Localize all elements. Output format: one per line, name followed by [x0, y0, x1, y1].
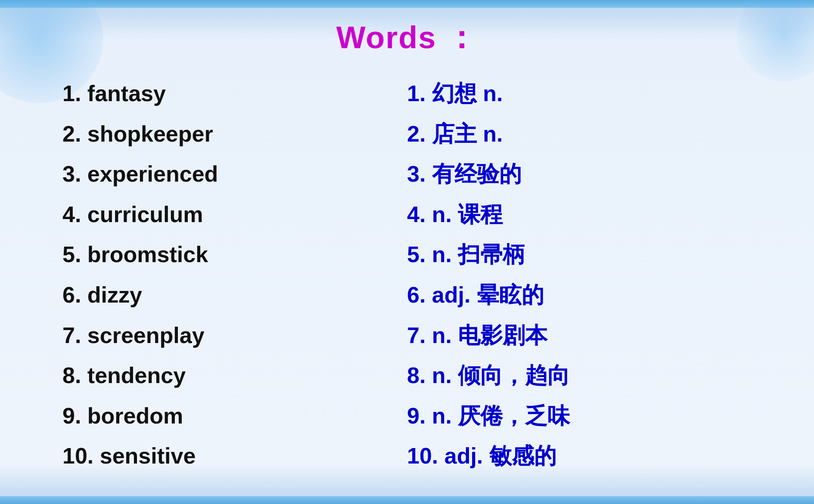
word-item-2: 2. shopkeeper — [62, 116, 407, 152]
word-item-5: 5. broomstick — [62, 237, 407, 273]
word-item-10: 10. sensitive — [62, 438, 407, 474]
word-item-8: 8. tendency — [62, 358, 407, 394]
bottom-bar — [0, 496, 814, 504]
word-item-3: 3. experienced — [62, 156, 407, 192]
right-column: 1. 幻想 n.2. 店主 n.3. 有经验的4. n. 课程5. n. 扫帚柄… — [407, 76, 752, 474]
translation-item-10: 10. adj. 敏感的 — [407, 438, 752, 474]
translation-item-8: 8. n. 倾向，趋向 — [407, 358, 752, 394]
word-item-6: 6. dizzy — [62, 277, 407, 313]
translation-item-2: 2. 店主 n. — [407, 116, 752, 152]
translation-item-9: 9. n. 厌倦，乏味 — [407, 398, 752, 434]
translation-item-7: 7. n. 电影剧本 — [407, 318, 752, 354]
translation-item-1: 1. 幻想 n. — [407, 76, 752, 112]
words-container: 1. fantasy2. shopkeeper3. experienced4. … — [62, 76, 752, 474]
left-column: 1. fantasy2. shopkeeper3. experienced4. … — [62, 76, 407, 474]
page-title: Words ： — [336, 17, 478, 59]
page-wrapper: Words ： 1. fantasy2. shopkeeper3. experi… — [0, 0, 814, 504]
translation-item-3: 3. 有经验的 — [407, 156, 752, 192]
word-item-7: 7. screenplay — [62, 318, 407, 354]
translation-item-6: 6. adj. 晕眩的 — [407, 277, 752, 313]
translation-item-4: 4. n. 课程 — [407, 197, 752, 233]
translation-item-5: 5. n. 扫帚柄 — [407, 237, 752, 273]
word-item-9: 9. boredom — [62, 398, 407, 434]
word-item-1: 1. fantasy — [62, 76, 407, 112]
word-item-4: 4. curriculum — [62, 197, 407, 233]
content-area: Words ： 1. fantasy2. shopkeeper3. experi… — [0, 0, 814, 504]
